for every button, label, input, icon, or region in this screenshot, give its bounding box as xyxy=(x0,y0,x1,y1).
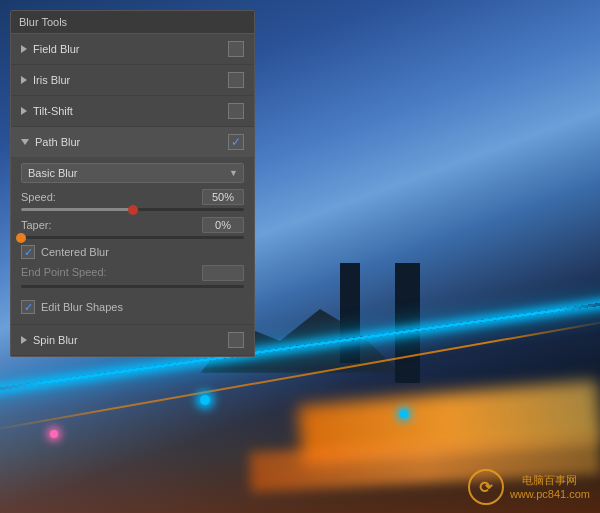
path-blur-checkmark: ✓ xyxy=(231,136,241,148)
endpoint-speed-slider-track[interactable] xyxy=(21,285,244,288)
speed-label: Speed: xyxy=(21,191,56,203)
tower-2 xyxy=(340,263,360,363)
watermark: ⟳ 电脑百事网 www.pc841.com xyxy=(468,469,590,505)
path-blur-left: Path Blur xyxy=(21,136,80,148)
speed-slider-fill xyxy=(21,208,133,211)
spin-blur-left: Spin Blur xyxy=(21,334,78,346)
centered-blur-checkmark: ✓ xyxy=(24,246,33,259)
spin-blur-checkbox[interactable] xyxy=(228,332,244,348)
taper-slider-thumb[interactable] xyxy=(16,233,26,243)
blur-tools-panel: Blur Tools Field Blur Iris Blur Tilt-Shi… xyxy=(10,10,255,357)
edit-shapes-label: Edit Blur Shapes xyxy=(41,301,123,313)
speed-slider-track[interactable] xyxy=(21,208,244,211)
path-blur-item[interactable]: Path Blur ✓ xyxy=(11,127,254,157)
tilt-shift-left: Tilt-Shift xyxy=(21,105,73,117)
blur-type-dropdown-row: Basic Blur Rear Sync Flash Front Sync Fl… xyxy=(21,163,244,183)
centered-blur-label: Centered Blur xyxy=(41,246,109,258)
watermark-text: 电脑百事网 www.pc841.com xyxy=(510,473,590,502)
panel-content: Field Blur Iris Blur Tilt-Shift Path B xyxy=(11,34,254,356)
iris-blur-item[interactable]: Iris Blur xyxy=(11,65,254,96)
path-blur-content: Basic Blur Rear Sync Flash Front Sync Fl… xyxy=(11,157,254,325)
endpoint-speed-label: End Point Speed: xyxy=(21,266,107,278)
field-blur-left: Field Blur xyxy=(21,43,79,55)
blur-dot-1[interactable] xyxy=(200,395,210,405)
speed-slider-thumb[interactable] xyxy=(128,205,138,215)
taper-slider-track[interactable] xyxy=(21,236,244,239)
path-blur-checkbox[interactable]: ✓ xyxy=(228,134,244,150)
iris-blur-arrow xyxy=(21,76,27,84)
tilt-shift-arrow xyxy=(21,107,27,115)
taper-slider-row: Taper: xyxy=(21,217,244,239)
tower-1 xyxy=(395,263,420,383)
iris-blur-label: Iris Blur xyxy=(33,74,70,86)
iris-blur-checkbox[interactable] xyxy=(228,72,244,88)
field-blur-item[interactable]: Field Blur xyxy=(11,34,254,65)
centered-blur-row[interactable]: ✓ Centered Blur xyxy=(21,245,244,259)
watermark-icon: ⟳ xyxy=(468,469,504,505)
field-blur-checkbox[interactable] xyxy=(228,41,244,57)
taper-label: Taper: xyxy=(21,219,52,231)
path-blur-label: Path Blur xyxy=(35,136,80,148)
centered-blur-checkbox[interactable]: ✓ xyxy=(21,245,35,259)
endpoint-row: End Point Speed: xyxy=(21,265,244,281)
blur-dot-2[interactable] xyxy=(400,410,408,418)
speed-label-row: Speed: xyxy=(21,189,244,205)
spin-blur-arrow xyxy=(21,336,27,344)
iris-blur-left: Iris Blur xyxy=(21,74,70,86)
speed-slider-row: Speed: xyxy=(21,189,244,211)
blur-type-dropdown-wrapper[interactable]: Basic Blur Rear Sync Flash Front Sync Fl… xyxy=(21,163,244,183)
spin-blur-label: Spin Blur xyxy=(33,334,78,346)
field-blur-arrow xyxy=(21,45,27,53)
tilt-shift-checkbox[interactable] xyxy=(228,103,244,119)
blur-type-select[interactable]: Basic Blur Rear Sync Flash Front Sync Fl… xyxy=(21,163,244,183)
blur-dot-3[interactable] xyxy=(50,430,58,438)
spin-blur-item[interactable]: Spin Blur xyxy=(11,325,254,356)
endpoint-speed-input[interactable] xyxy=(202,265,244,281)
tilt-shift-item[interactable]: Tilt-Shift xyxy=(11,96,254,127)
edit-shapes-row[interactable]: ✓ Edit Blur Shapes xyxy=(21,294,244,316)
taper-label-row: Taper: xyxy=(21,217,244,233)
field-blur-label: Field Blur xyxy=(33,43,79,55)
tilt-shift-label: Tilt-Shift xyxy=(33,105,73,117)
endpoint-speed-row: End Point Speed: xyxy=(21,265,244,288)
edit-shapes-checkmark: ✓ xyxy=(24,301,33,314)
taper-value-input[interactable] xyxy=(202,217,244,233)
path-blur-arrow xyxy=(21,139,29,145)
speed-value-input[interactable] xyxy=(202,189,244,205)
edit-shapes-checkbox[interactable]: ✓ xyxy=(21,300,35,314)
panel-title: Blur Tools xyxy=(11,11,254,34)
